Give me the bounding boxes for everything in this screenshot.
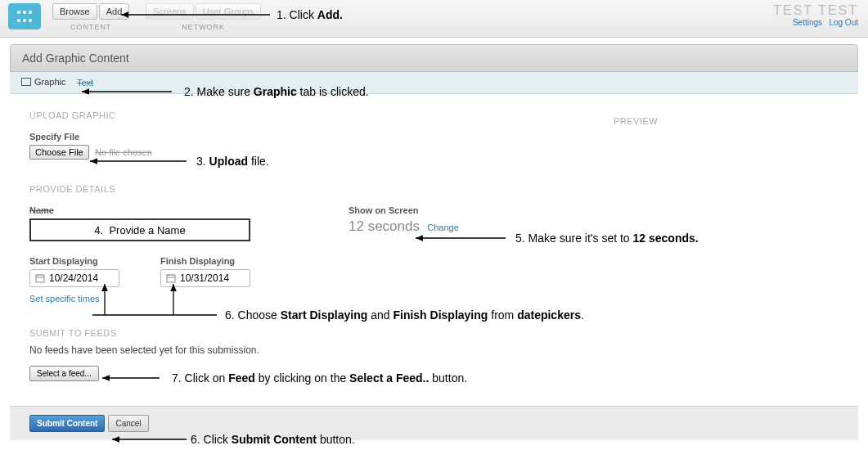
details-section: PROVIDE DETAILS Name Show on Screen 12 s… <box>10 168 858 312</box>
start-date-input[interactable]: 10/24/2014 <box>29 269 119 287</box>
nav-content-group: Browse Add CONTENT <box>52 3 129 31</box>
tab-text[interactable]: Text <box>77 78 93 88</box>
user-name: TEST TEST <box>773 3 858 18</box>
finish-date-value: 10/31/2014 <box>180 272 229 284</box>
submit-content-button[interactable]: Submit Content <box>29 415 105 432</box>
nav-network-label: NETWORK <box>146 23 261 31</box>
nav-network-group: Screens User Groups NETWORK <box>146 3 261 31</box>
duration-value: 12 seconds <box>349 218 420 234</box>
cancel-button[interactable]: Cancel <box>108 415 148 432</box>
page-title: Add Graphic Content <box>10 44 858 72</box>
details-heading: PROVIDE DETAILS <box>29 184 839 194</box>
image-icon <box>21 78 31 86</box>
feeds-section: SUBMIT TO FEEDS No feeds have been selec… <box>10 312 858 389</box>
finish-date-input[interactable]: 10/31/2014 <box>160 269 250 287</box>
topbar: Browse Add CONTENT Screens User Groups N… <box>0 0 868 38</box>
submit-bar: Submit Content Cancel <box>10 406 858 440</box>
finish-displaying-label: Finish Displaying <box>160 256 250 266</box>
screens-button[interactable]: Screens <box>146 3 193 20</box>
show-on-screen-label: Show on Screen <box>349 205 459 215</box>
add-button[interactable]: Add <box>99 3 130 20</box>
usergroups-button[interactable]: User Groups <box>196 3 261 20</box>
svg-rect-0 <box>36 275 44 282</box>
calendar-icon <box>166 273 176 283</box>
preview-heading: PREVIEW <box>614 116 658 126</box>
tabs-bar: Graphic Text <box>10 72 858 94</box>
user-box: TEST TEST Settings Log Out <box>773 3 858 27</box>
specify-file-label: Specify File <box>29 132 839 142</box>
app-logo <box>8 3 41 29</box>
tab-graphic[interactable]: Graphic <box>21 77 66 87</box>
start-date-value: 10/24/2014 <box>49 272 98 284</box>
upload-section: UPLOAD GRAPHIC Specify File Choose File … <box>10 94 858 168</box>
calendar-icon <box>35 273 45 283</box>
name-input[interactable] <box>29 218 250 241</box>
feeds-message: No feeds have been selected yet for this… <box>29 344 839 356</box>
tab-graphic-label: Graphic <box>34 77 66 87</box>
logout-link[interactable]: Log Out <box>829 18 858 27</box>
browse-button[interactable]: Browse <box>52 3 97 20</box>
file-status: No file chosen <box>95 147 152 157</box>
upload-heading: UPLOAD GRAPHIC <box>29 110 839 120</box>
choose-file-button[interactable]: Choose File <box>29 145 89 160</box>
settings-link[interactable]: Settings <box>793 18 822 27</box>
select-feed-button[interactable]: Select a feed... <box>29 366 99 381</box>
svg-rect-4 <box>167 275 175 282</box>
nav-content-label: CONTENT <box>52 23 129 31</box>
start-displaying-label: Start Displaying <box>29 256 119 266</box>
name-label: Name <box>29 205 250 215</box>
feeds-heading: SUBMIT TO FEEDS <box>29 328 839 338</box>
change-duration-link[interactable]: Change <box>427 223 459 232</box>
set-specific-times-link[interactable]: Set specific times <box>29 294 119 304</box>
